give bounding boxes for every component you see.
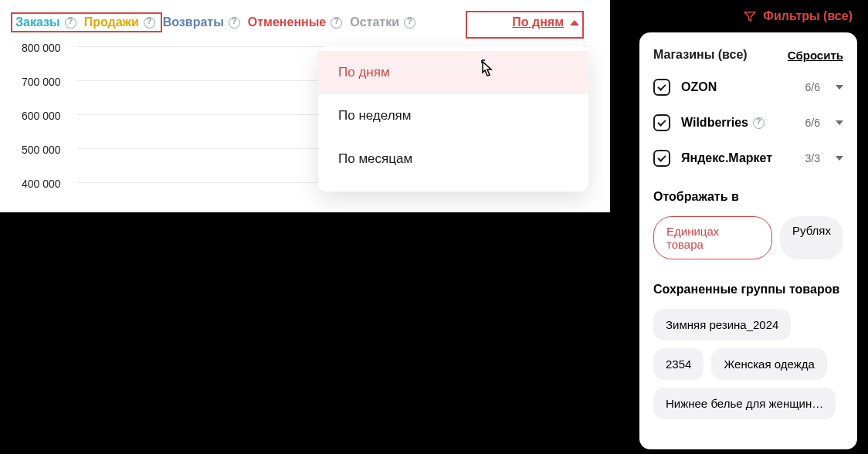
chevron-down-icon[interactable]: [836, 120, 843, 125]
dropdown-option-month[interactable]: По месяцам: [318, 137, 588, 181]
chevron-down-icon[interactable]: [836, 156, 843, 161]
filters-sidebar: Магазины (все) Сбросить OZON 6/6 Wildber…: [639, 32, 857, 449]
tab-sales-label: Продажи: [84, 15, 139, 29]
chevron-up-icon: [570, 20, 579, 25]
y-tick: 500 000: [22, 144, 61, 156]
store-item-yandex[interactable]: Яндекс.Маркет 3/3: [653, 150, 843, 167]
period-dropdown-button[interactable]: По дням: [512, 15, 579, 29]
help-icon[interactable]: [404, 17, 415, 29]
tab-cancelled-label: Отмененные: [248, 15, 326, 29]
y-tick: 700 000: [22, 76, 61, 88]
dropdown-option-label: По дням: [338, 65, 390, 80]
reset-button[interactable]: Сбросить: [788, 49, 843, 62]
tab-orders[interactable]: Заказы: [15, 15, 76, 29]
filters-link-label: Фильтры (все): [763, 9, 853, 23]
tab-returns[interactable]: Возвраты: [163, 15, 240, 29]
stores-title: Магазины (все): [653, 48, 748, 62]
store-count: 6/6: [805, 117, 820, 129]
dropdown-option-day[interactable]: По дням: [318, 51, 588, 94]
help-icon[interactable]: [229, 17, 240, 29]
dropdown-option-label: По неделям: [338, 108, 412, 123]
help-icon[interactable]: [144, 17, 155, 29]
tab-cancelled[interactable]: Отмененные: [248, 15, 342, 29]
dropdown-option-label: По месяцам: [338, 151, 412, 166]
y-tick: 400 000: [22, 178, 61, 190]
group-chip[interactable]: Зимняя резина_2024: [653, 309, 791, 340]
store-name: OZON: [681, 80, 795, 94]
help-icon[interactable]: [331, 17, 342, 29]
store-item-ozon[interactable]: OZON 6/6: [653, 79, 843, 96]
y-tick: 600 000: [22, 110, 61, 122]
tab-stock[interactable]: Остатки: [350, 15, 415, 29]
display-units-button[interactable]: Единицах товара: [653, 216, 772, 259]
tab-stock-label: Остатки: [350, 15, 399, 29]
store-name: Яндекс.Маркет: [681, 151, 795, 165]
y-tick: 800 000: [22, 42, 61, 54]
tab-orders-label: Заказы: [15, 15, 60, 29]
tab-sales[interactable]: Продажи: [84, 15, 155, 29]
tab-returns-label: Возвраты: [163, 15, 224, 29]
filter-icon: [743, 9, 757, 23]
store-count: 3/3: [805, 152, 820, 164]
store-count: 6/6: [805, 81, 820, 93]
group-chip[interactable]: Женская одежда: [711, 348, 826, 380]
chevron-down-icon[interactable]: [836, 85, 843, 90]
help-icon[interactable]: [65, 17, 76, 29]
checkbox-icon[interactable]: [653, 150, 670, 167]
filters-link[interactable]: Фильтры (все): [743, 9, 853, 23]
checkbox-icon[interactable]: [653, 79, 670, 96]
group-chip[interactable]: 2354: [653, 348, 704, 380]
cursor-icon: [477, 59, 496, 80]
display-in-title: Отображать в: [653, 190, 843, 204]
period-dropdown-menu: По дням По неделям По месяцам: [318, 46, 588, 191]
period-button-label: По дням: [512, 15, 564, 29]
store-name: Wildberries: [681, 116, 795, 130]
store-item-wildberries[interactable]: Wildberries 6/6: [653, 114, 843, 131]
checkbox-icon[interactable]: [653, 114, 670, 131]
dropdown-option-week[interactable]: По неделям: [318, 94, 588, 137]
display-rubles-button[interactable]: Рублях: [780, 216, 843, 259]
help-icon[interactable]: [753, 117, 765, 129]
groups-title: Сохраненные группы товаров: [653, 283, 843, 296]
group-chip[interactable]: Нижнее белье для женщин…: [653, 388, 836, 419]
